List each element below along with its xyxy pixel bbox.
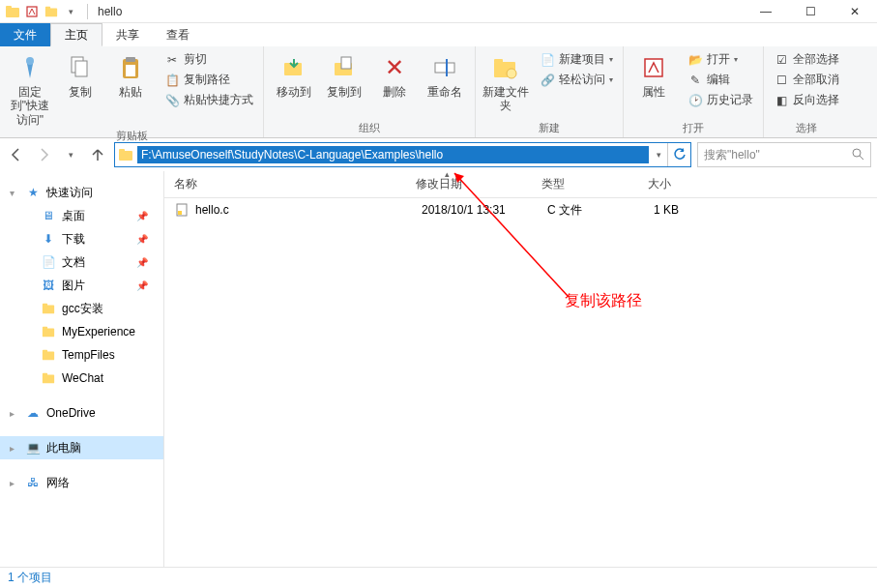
sidebar-myexp[interactable]: MyExperience: [0, 320, 163, 343]
tab-home[interactable]: 主页: [50, 23, 102, 46]
status-items: 1 个项目: [8, 570, 52, 586]
svg-rect-26: [43, 329, 54, 338]
sidebar-network[interactable]: ▸ 🖧 网络: [0, 471, 163, 494]
tab-view[interactable]: 查看: [153, 23, 203, 46]
column-type[interactable]: 类型: [541, 176, 648, 192]
sidebar-onedrive-label: OneDrive: [46, 406, 96, 420]
pasteshortcut-icon: 📎: [164, 93, 180, 108]
up-button[interactable]: [87, 144, 108, 165]
sidebar-wechat[interactable]: WeChat: [0, 367, 163, 390]
svg-rect-33: [178, 211, 182, 215]
svg-rect-24: [43, 306, 54, 314]
cut-button[interactable]: ✂ 剪切: [161, 50, 257, 69]
newfolder-button[interactable]: 新建文件夹: [482, 50, 530, 113]
refresh-button[interactable]: [667, 143, 690, 166]
sidebar-thispc[interactable]: ▸ 💻 此电脑: [0, 436, 163, 459]
svg-rect-13: [341, 57, 351, 69]
paste-button[interactable]: 粘贴: [106, 50, 155, 99]
forward-button[interactable]: [33, 144, 54, 165]
paste-label: 粘贴: [119, 85, 142, 99]
sidebar-downloads[interactable]: ⬇ 下载 📌: [0, 227, 163, 250]
search-box[interactable]: 搜索"hello": [697, 142, 871, 167]
file-row[interactable]: hello.c 2018/10/1 13:31 C 文件 1 KB: [164, 198, 877, 221]
sidebar-onedrive[interactable]: ▸ ☁ OneDrive: [0, 401, 163, 425]
address-folder-icon: [115, 147, 136, 162]
pin-icon: 📌: [136, 234, 148, 245]
title-bar: ▾ hello — ☐ ✕: [0, 0, 877, 23]
tab-share[interactable]: 共享: [102, 23, 153, 46]
network-icon: 🖧: [25, 475, 41, 490]
newfolder-label: 新建文件夹: [482, 85, 530, 113]
sidebar-temp[interactable]: TempFiles: [0, 343, 163, 367]
edit-button[interactable]: ✎ 编辑: [684, 71, 757, 89]
address-path[interactable]: F:\AmuseOneself\StudyNotes\C-Language\Ex…: [137, 146, 649, 163]
easyaccess-button[interactable]: 🔗 轻松访问 ▾: [536, 71, 617, 89]
moveto-button[interactable]: 移动到: [270, 50, 318, 99]
delete-button[interactable]: ✕ 删除: [370, 50, 419, 99]
copyto-button[interactable]: 复制到: [320, 50, 368, 99]
newitem-button[interactable]: 📄 新建项目 ▾: [536, 50, 617, 69]
easyaccess-icon: 🔗: [540, 73, 555, 88]
address-dropdown[interactable]: ▾: [650, 150, 667, 160]
sidebar-desktop[interactable]: 🖥 桌面 📌: [0, 204, 163, 227]
history-button[interactable]: 🕑 历史记录: [684, 91, 757, 109]
star-icon: ★: [25, 185, 41, 200]
selectall-button[interactable]: ☑ 全部选择: [770, 50, 843, 69]
back-button[interactable]: [6, 144, 27, 165]
rename-button[interactable]: 重命名: [421, 50, 469, 99]
copyto-icon: [329, 52, 360, 83]
chevron-right-icon[interactable]: ▸: [10, 478, 15, 488]
svg-rect-21: [119, 149, 125, 152]
svg-rect-17: [494, 59, 503, 63]
open-label: 打开: [707, 51, 730, 68]
chevron-right-icon[interactable]: ▸: [10, 443, 15, 454]
open-button[interactable]: 📂 打开 ▾: [684, 50, 757, 69]
group-select-label: 选择: [770, 119, 843, 135]
search-placeholder: 搜索"hello": [704, 147, 760, 163]
search-icon[interactable]: [851, 147, 864, 163]
copy-button[interactable]: 复制: [56, 50, 104, 99]
selectnone-button[interactable]: ☐ 全部取消: [770, 71, 843, 89]
svg-rect-10: [126, 65, 135, 76]
sidebar-gcc[interactable]: gcc安装: [0, 297, 163, 320]
maximize-button[interactable]: ☐: [788, 0, 833, 23]
folder-icon: [41, 347, 56, 363]
invertselection-button[interactable]: ◧ 反向选择: [770, 91, 843, 109]
tab-file[interactable]: 文件: [0, 23, 50, 46]
svg-rect-3: [45, 8, 57, 16]
svg-rect-20: [119, 151, 132, 161]
pasteshortcut-button[interactable]: 📎 粘贴快捷方式: [161, 91, 257, 109]
folder-icon: [41, 301, 56, 316]
chevron-right-icon[interactable]: ▸: [10, 408, 15, 419]
pin-quickaccess-button[interactable]: 固定到"快速访问": [6, 50, 54, 127]
minimize-button[interactable]: —: [744, 0, 788, 23]
copypath-label: 复制路径: [184, 72, 230, 88]
scissors-icon: ✂: [164, 52, 180, 68]
properties-button[interactable]: 属性: [629, 50, 678, 99]
chevron-down-icon: ▾: [609, 75, 613, 84]
copypath-button[interactable]: 📋 复制路径: [161, 71, 257, 89]
sidebar-pictures[interactable]: 🖼 图片 📌: [0, 274, 163, 297]
qat-dropdown-icon[interactable]: ▾: [62, 3, 79, 20]
pasteshortcut-label: 粘贴快捷方式: [184, 92, 253, 108]
address-bar[interactable]: F:\AmuseOneself\StudyNotes\C-Language\Ex…: [114, 142, 691, 167]
qat-newfolder-icon[interactable]: [43, 3, 60, 20]
recent-dropdown[interactable]: ▾: [60, 144, 81, 165]
column-date[interactable]: 修改日期: [416, 176, 541, 192]
sidebar-documents[interactable]: 📄 文档 📌: [0, 250, 163, 274]
sidebar-wechat-label: WeChat: [62, 371, 103, 385]
annotation-text: 复制该路径: [565, 291, 642, 311]
close-button[interactable]: ✕: [833, 0, 877, 23]
selectnone-label: 全部取消: [793, 72, 839, 88]
sidebar-temp-label: TempFiles: [62, 348, 115, 362]
sidebar-quickaccess[interactable]: ▾ ★ 快速访问: [0, 181, 163, 204]
group-clipboard-label: 剪贴板: [6, 127, 257, 143]
copypath-icon: 📋: [164, 73, 180, 88]
qat-properties-icon[interactable]: [23, 3, 41, 20]
column-name[interactable]: 名称: [174, 176, 416, 192]
column-size[interactable]: 大小: [648, 176, 725, 192]
delete-icon: ✕: [379, 52, 410, 83]
sidebar-myexp-label: MyExperience: [62, 325, 135, 338]
chevron-down-icon[interactable]: ▾: [10, 188, 15, 198]
svg-rect-14: [435, 63, 454, 73]
